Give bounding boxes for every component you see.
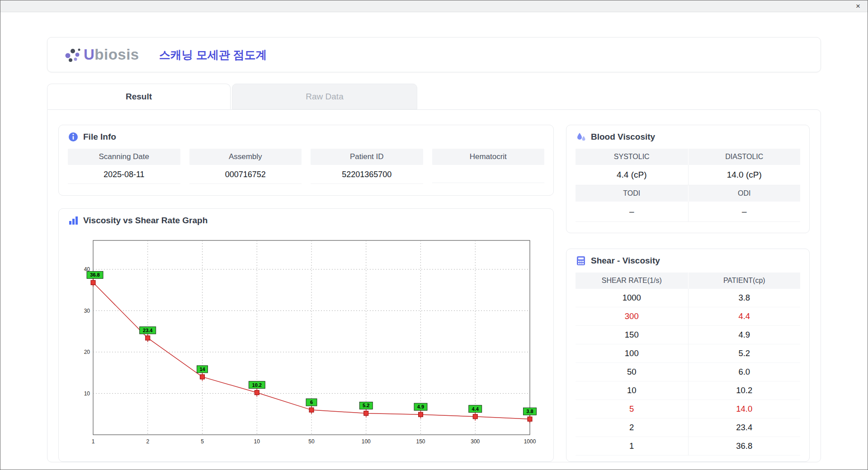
shear-viscosity-table: SHEAR RATE(1/s)PATIENT(cp)10003.83004.41… [576, 273, 800, 456]
svg-text:4.4: 4.4 [472, 406, 479, 411]
svg-text:3.8: 3.8 [526, 409, 533, 414]
file-info-title: File Info [83, 132, 116, 142]
graph-title: Viscosity vs Shear Rate Graph [83, 216, 208, 226]
shear-viscosity-header: Shear - Viscosity [576, 255, 800, 266]
table-row-shear: 300 [576, 307, 688, 326]
droplet-icon [576, 132, 586, 142]
svg-text:100: 100 [362, 438, 371, 445]
svg-text:30: 30 [84, 307, 90, 314]
logo-text-cap: U [84, 46, 94, 63]
shear-viscosity-panel: Shear - Viscosity SHEAR RATE(1/s)PATIENT… [566, 249, 810, 462]
table-row-shear: 50 [576, 363, 688, 381]
close-icon[interactable]: × [856, 2, 860, 10]
calculator-icon [576, 255, 586, 266]
table-row-patient: 4.9 [688, 326, 801, 344]
svg-text:10.2: 10.2 [252, 382, 262, 387]
tab-raw-data[interactable]: Raw Data [232, 84, 417, 109]
table-row-patient: 14.0 [688, 400, 801, 418]
field-value: 000716752 [189, 165, 302, 184]
page-title: 스캐닝 모세관 점도계 [159, 47, 267, 62]
bv-header-cell: DIASTOLIC [688, 149, 801, 165]
svg-text:2: 2 [146, 438, 149, 445]
logo-dots-icon [64, 46, 82, 64]
file-info-field: Assembly000716752 [189, 149, 302, 184]
table-row-patient: 5.2 [688, 344, 801, 363]
field-label: Hematocrit [432, 149, 545, 165]
table-row-shear: 1 [576, 437, 688, 456]
blood-viscosity-panel: Blood Viscosity SYSTOLICDIASTOLIC4.4 (cP… [566, 125, 810, 233]
table-row-shear: 150 [576, 326, 688, 344]
file-info-field: Hematocrit [432, 149, 545, 184]
field-label: Scanning Date [68, 149, 180, 165]
table-row-patient: 6.0 [688, 363, 801, 381]
table-row-shear: 1000 [576, 289, 688, 307]
svg-text:5.2: 5.2 [363, 403, 369, 408]
svg-text:1: 1 [92, 438, 95, 445]
tab-bar: Result Raw Data [47, 84, 821, 109]
blood-viscosity-grid: SYSTOLICDIASTOLIC4.4 (cP)14.0 (cP)TODIOD… [576, 149, 800, 222]
svg-text:23.4: 23.4 [143, 328, 153, 333]
blood-viscosity-title: Blood Viscosity [591, 132, 655, 142]
bv-header-cell: TODI [576, 185, 688, 202]
logo-text: Ubiosis [84, 46, 139, 63]
file-info-panel: File Info Scanning Date2025-08-11Assembl… [58, 125, 554, 196]
field-value: 52201365700 [311, 165, 423, 184]
file-info-field: Scanning Date2025-08-11 [68, 149, 180, 184]
table-row-patient: 23.4 [688, 418, 801, 437]
svg-text:300: 300 [471, 438, 480, 445]
bv-value-cell: – [576, 202, 688, 222]
tab-result[interactable]: Result [47, 84, 231, 109]
table-row-shear: 2 [576, 418, 688, 437]
graph-header: Viscosity vs Shear Rate Graph [68, 215, 544, 226]
logo-text-rest: biosis [94, 46, 139, 63]
svg-text:6: 6 [310, 400, 313, 405]
svg-text:36.8: 36.8 [90, 272, 99, 277]
field-label: Patient ID [311, 149, 423, 165]
svg-text:10: 10 [254, 438, 260, 445]
viscosity-chart: 102030401251050100150300100036.823.41410… [71, 234, 541, 450]
app-window: × Ubiosis 스캐닝 모세관 점도계 Result Raw Data [0, 0, 868, 470]
svg-text:14: 14 [199, 367, 205, 372]
table-row-shear: 10 [576, 381, 688, 400]
chart-container: 102030401251050100150300100036.823.41410… [68, 232, 544, 452]
svg-text:4.9: 4.9 [417, 404, 424, 409]
info-icon [68, 132, 79, 142]
main-content: File Info Scanning Date2025-08-11Assembl… [47, 109, 821, 462]
table-row-patient: 36.8 [688, 437, 801, 456]
bv-value-cell: – [688, 202, 801, 222]
svg-text:1000: 1000 [524, 438, 536, 445]
graph-panel: Viscosity vs Shear Rate Graph 1020304012… [58, 208, 554, 462]
table-row-patient: 10.2 [688, 381, 801, 400]
app-logo: Ubiosis [64, 46, 139, 64]
table-row-shear: 5 [576, 400, 688, 418]
field-label: Assembly [189, 149, 302, 165]
svg-text:150: 150 [416, 438, 425, 445]
blood-viscosity-header: Blood Viscosity [576, 132, 800, 142]
table-row-shear: 100 [576, 344, 688, 363]
bar-chart-icon [68, 215, 79, 226]
bv-value-cell: 4.4 (cP) [576, 165, 688, 185]
table-row-patient: 4.4 [688, 307, 801, 326]
svg-text:5: 5 [201, 438, 204, 445]
sv-column-header: SHEAR RATE(1/s) [576, 273, 688, 289]
sv-column-header: PATIENT(cp) [688, 273, 801, 289]
bv-header-cell: SYSTOLIC [576, 149, 688, 165]
file-info-field: Patient ID52201365700 [311, 149, 423, 184]
file-info-header: File Info [68, 132, 544, 142]
svg-text:50: 50 [308, 438, 315, 445]
shear-viscosity-title: Shear - Viscosity [591, 256, 660, 266]
field-value [432, 165, 545, 183]
svg-text:20: 20 [84, 349, 90, 355]
left-column: File Info Scanning Date2025-08-11Assembl… [58, 125, 554, 462]
svg-text:10: 10 [84, 390, 90, 396]
table-row-patient: 3.8 [688, 289, 801, 307]
header-card: Ubiosis 스캐닝 모세관 점도계 [47, 37, 821, 72]
titlebar: × [0, 0, 868, 12]
bv-header-cell: ODI [688, 185, 801, 202]
file-info-fields: Scanning Date2025-08-11Assembly000716752… [68, 149, 544, 184]
field-value: 2025-08-11 [68, 165, 180, 184]
bv-value-cell: 14.0 (cP) [688, 165, 801, 185]
right-column: Blood Viscosity SYSTOLICDIASTOLIC4.4 (cP… [566, 125, 810, 462]
